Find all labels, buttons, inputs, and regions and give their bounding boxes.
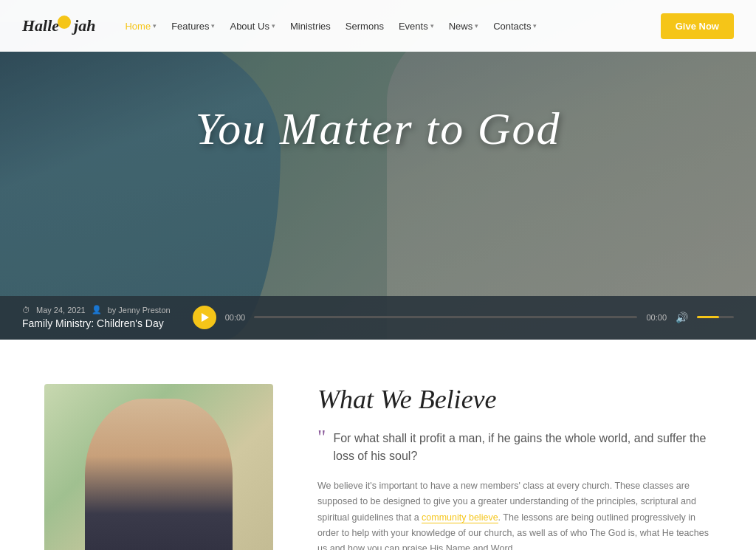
give-now-button[interactable]: Give Now <box>661 13 734 39</box>
believe-link[interactable]: community believe <box>422 512 498 523</box>
chevron-down-icon: ▾ <box>430 22 434 30</box>
believe-section: What We Believe " For what shall it prof… <box>0 340 756 550</box>
progress-bar[interactable] <box>254 316 637 318</box>
audio-meta: ⏱ May 24, 2021 👤 by Jenny Preston Family… <box>22 305 171 329</box>
believe-person-silhouette <box>85 399 233 550</box>
logo-text2: jah <box>74 16 95 35</box>
believe-body-text: We believe it's important to have a new … <box>317 478 712 550</box>
nav-item-about-us[interactable]: About Us ▾ <box>222 0 282 52</box>
nav-label-events: Events <box>399 21 428 32</box>
nav-item-features[interactable]: Features ▾ <box>164 0 222 52</box>
time-end: 00:00 <box>646 313 667 322</box>
nav-label-ministries: Ministries <box>290 21 331 32</box>
chevron-down-icon: ▾ <box>272 22 275 30</box>
audio-player-bar: ⏱ May 24, 2021 👤 by Jenny Preston Family… <box>0 296 756 340</box>
volume-bar[interactable] <box>697 316 734 318</box>
believe-image <box>44 384 273 550</box>
believe-title: What We Believe <box>317 384 712 415</box>
believe-content: What We Believe " For what shall it prof… <box>317 384 712 550</box>
chevron-down-icon: ▾ <box>153 22 157 30</box>
play-button[interactable] <box>193 306 216 329</box>
audio-date-line: ⏱ May 24, 2021 👤 by Jenny Preston <box>22 305 171 314</box>
nav-label-home: Home <box>125 21 151 32</box>
logo-text: Halle <box>22 16 59 35</box>
nav-label-sermons: Sermons <box>346 21 384 32</box>
main-nav: Home ▾ Features ▾ About Us ▾ Ministries … <box>117 0 660 52</box>
nav-item-contacts[interactable]: Contacts ▾ <box>486 0 544 52</box>
audio-title: Family Ministry: Children's Day <box>22 317 171 329</box>
believe-quote-block: " For what shall it profit a man, if he … <box>317 430 712 465</box>
nav-label-news: News <box>449 21 473 32</box>
chevron-down-icon: ▾ <box>475 22 478 30</box>
audio-controls: 00:00 00:00 🔊 <box>193 306 734 329</box>
logo-dot <box>58 16 71 29</box>
nav-label-features: Features <box>171 21 209 32</box>
nav-item-events[interactable]: Events ▾ <box>391 0 441 52</box>
nav-item-ministries[interactable]: Ministries <box>283 0 338 52</box>
volume-icon[interactable]: 🔊 <box>676 312 688 323</box>
chevron-down-icon: ▾ <box>211 22 215 30</box>
quote-mark-icon: " <box>317 427 326 465</box>
nav-item-news[interactable]: News ▾ <box>441 0 487 52</box>
time-start: 00:00 <box>225 313 246 322</box>
logo[interactable]: Hallejah <box>22 16 95 35</box>
audio-date: May 24, 2021 <box>36 306 86 314</box>
chevron-down-icon: ▾ <box>533 22 537 30</box>
nav-label-about-us: About Us <box>230 21 269 32</box>
volume-fill <box>697 316 719 318</box>
nav-item-sermons[interactable]: Sermons <box>338 0 391 52</box>
believe-quote-text: For what shall it profit a man, if he ga… <box>333 430 712 465</box>
user-icon: 👤 <box>92 305 102 314</box>
hero-title: You Matter to God <box>0 103 756 154</box>
nav-label-contacts: Contacts <box>493 21 531 32</box>
clock-icon: ⏱ <box>22 306 30 314</box>
header: Hallejah Home ▾ Features ▾ About Us ▾ Mi… <box>0 0 756 52</box>
nav-item-home[interactable]: Home ▾ <box>117 0 164 52</box>
audio-author: by Jenny Preston <box>108 306 171 314</box>
